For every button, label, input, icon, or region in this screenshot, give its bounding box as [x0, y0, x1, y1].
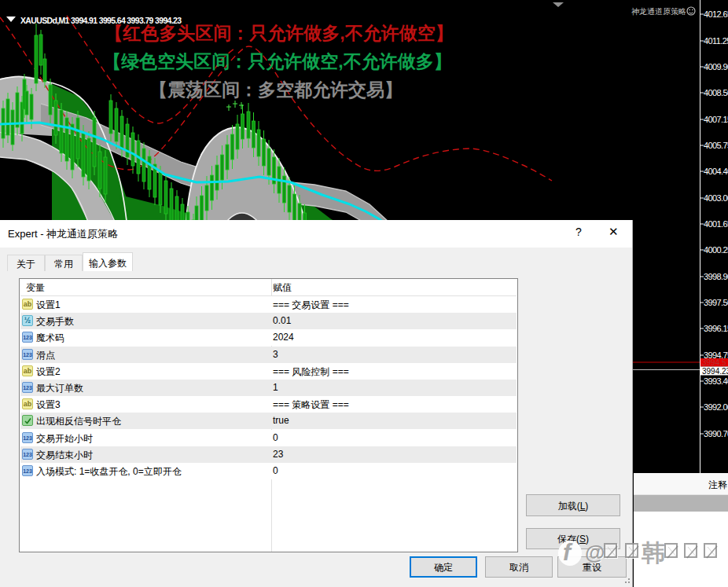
svg-text:3994.5: 3994.5: [702, 358, 726, 367]
svg-text:【红色多头区间：只允许做多,不允许做空】: 【红色多头区间：只允许做多,不允许做空】: [105, 23, 453, 43]
svg-text:【绿色空头区间：只允许做空,不允许做多】: 【绿色空头区间：只允许做空,不允许做多】: [103, 51, 451, 72]
svg-text:3992.00: 3992.00: [704, 402, 728, 412]
svg-text:4008.50: 4008.50: [704, 88, 728, 97]
svg-text:4001.65: 4001.65: [704, 219, 728, 229]
svg-text:3998.90: 3998.90: [704, 272, 728, 281]
svg-text:4004.40: 4004.40: [704, 167, 728, 176]
svg-text:4003.00: 4003.00: [704, 193, 728, 203]
svg-text:4007.15: 4007.15: [704, 115, 728, 124]
svg-text:3997.50: 3997.50: [704, 298, 728, 307]
svg-text:3994.23: 3994.23: [702, 367, 728, 376]
svg-text:4005.75: 4005.75: [704, 141, 728, 150]
svg-text:4012.65: 4012.65: [704, 9, 728, 19]
svg-text:4000.25: 4000.25: [704, 245, 728, 255]
svg-text:4011.25: 4011.25: [704, 36, 728, 46]
svg-text:神龙通道原策略: 神龙通道原策略: [631, 7, 686, 16]
svg-text:【震荡区间：多空都允许交易】: 【震荡区间：多空都允许交易】: [149, 79, 403, 100]
svg-text:3990.70: 3990.70: [704, 429, 728, 438]
svg-text:4009.90: 4009.90: [704, 62, 728, 72]
svg-text:3996.15: 3996.15: [704, 324, 728, 333]
svg-text:3993.40: 3993.40: [704, 376, 728, 386]
